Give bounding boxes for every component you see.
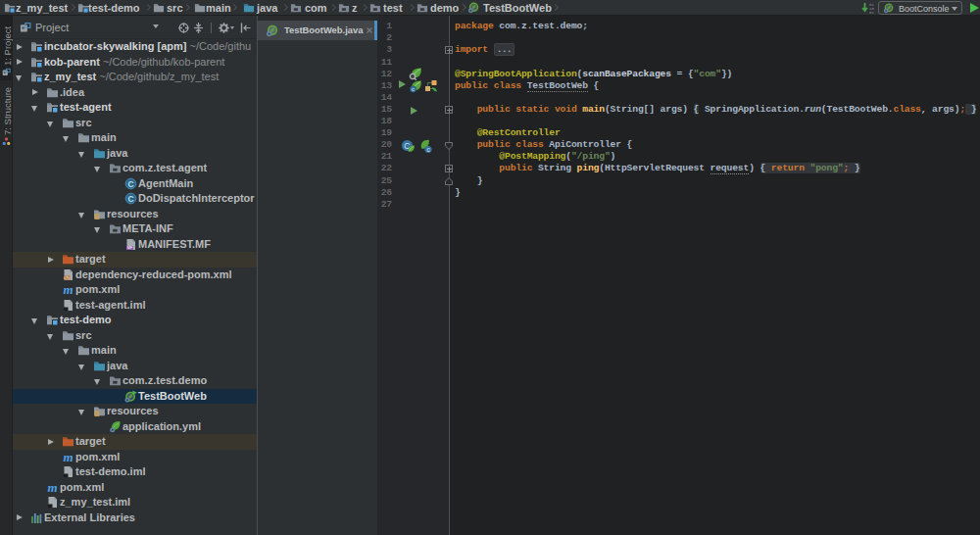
svg-text:c: c: [412, 86, 415, 92]
svg-text:01: 01: [869, 11, 874, 15]
